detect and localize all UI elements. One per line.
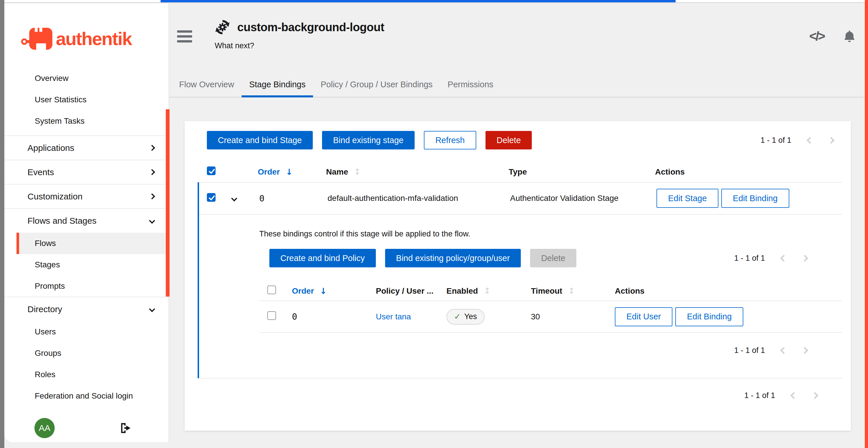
stage-bindings-card: Create and bind Stage Bind existing stag… — [185, 121, 851, 430]
sidebar-nav: Overview User Statistics System Tasks Ap… — [4, 68, 169, 407]
sidebar-item-overview[interactable]: Overview — [4, 68, 169, 89]
avatar[interactable]: AA — [34, 418, 55, 438]
user-tana-link[interactable]: User tana — [376, 312, 411, 321]
sidebar-section-flows-and-stages[interactable]: Flows and Stages — [4, 208, 169, 233]
tab-bar: Flow Overview Stage Bindings Policy / Gr… — [169, 72, 865, 97]
authentik-logo: authentik — [21, 26, 169, 52]
tab-stage-bindings[interactable]: Stage Bindings — [242, 72, 313, 97]
create-and-bind-stage-button[interactable]: Create and bind Stage — [207, 131, 313, 149]
sort-unsorted-icon: ↕ — [354, 167, 361, 177]
policy-binding-row: 0 User tana ✓ Yes 30 Edit User Edit Bind… — [259, 301, 842, 333]
flow-process-icon — [215, 19, 230, 36]
stage-toolbar: Create and bind Stage Bind existing stag… — [207, 131, 851, 149]
notifications-bell-icon[interactable] — [843, 29, 856, 43]
tab-permissions[interactable]: Permissions — [440, 72, 501, 97]
row-checkbox[interactable] — [207, 193, 216, 202]
pagination-prev-icon[interactable] — [806, 137, 813, 144]
sidebar-item-user-statistics[interactable]: User Statistics — [4, 89, 169, 110]
bind-existing-policy-button[interactable]: Bind existing policy/group/user — [385, 249, 521, 267]
sort-unsorted-icon: ↕ — [484, 286, 490, 296]
chevron-right-icon — [149, 169, 155, 175]
row-checkbox[interactable] — [267, 311, 276, 320]
sort-order-header[interactable]: Order ↓ — [258, 167, 293, 177]
pagination-prev-icon[interactable] — [780, 255, 787, 262]
edit-binding-button[interactable]: Edit Binding — [675, 307, 743, 326]
pagination-next-icon[interactable] — [811, 392, 818, 399]
sidebar-section-directory[interactable]: Directory — [4, 297, 169, 321]
sort-order-header[interactable]: Order ↓ — [292, 286, 327, 296]
sort-enabled-header[interactable]: Enabled ↕ — [446, 286, 490, 296]
logout-icon[interactable] — [119, 421, 132, 435]
pagination-next-icon[interactable] — [801, 255, 808, 262]
pagination-bottom-row: 1 - 1 of 1 — [185, 391, 851, 400]
pagination-range: 1 - 1 of 1 — [734, 346, 765, 355]
edit-stage-button[interactable]: Edit Stage — [656, 189, 718, 208]
sidebar-section-events[interactable]: Events — [4, 160, 169, 184]
hamburger-menu-icon[interactable] — [177, 30, 192, 45]
sidebar-item-stages[interactable]: Stages — [4, 254, 169, 275]
sidebar-scrollbar[interactable] — [166, 109, 169, 297]
pagination-range: 1 - 1 of 1 — [761, 136, 791, 145]
pagination-range: 1 - 1 of 1 — [734, 254, 765, 263]
policy-bindings-panel: These bindings control if this stage wil… — [199, 214, 842, 355]
pagination-inner-bottom: 1 - 1 of 1 — [734, 346, 807, 355]
pagination-top: 1 - 1 of 1 — [761, 136, 851, 145]
order-cell: 0 — [292, 312, 297, 322]
policy-bindings-table: Order ↓ Policy / User ... Enabled ↕ Time… — [259, 281, 842, 333]
page-title: custom-background-logout — [237, 21, 384, 34]
row-expander[interactable] — [232, 196, 237, 201]
top-loading-bar — [161, 0, 676, 2]
sidebar-item-flows[interactable]: Flows — [17, 233, 169, 254]
pagination-range: 1 - 1 of 1 — [744, 391, 775, 400]
pagination-prev-icon[interactable] — [780, 347, 787, 354]
tab-flow-overview[interactable]: Flow Overview — [172, 72, 242, 97]
select-all-checkbox[interactable] — [207, 167, 216, 175]
edit-binding-button[interactable]: Edit Binding — [721, 189, 789, 208]
bindings-description: These bindings control if this stage wil… — [259, 230, 842, 238]
delete-button[interactable]: Delete — [486, 131, 532, 149]
header-icons: </> — [809, 29, 856, 43]
sort-name-header[interactable]: Name ↕ — [326, 167, 361, 177]
chevron-right-icon — [149, 193, 155, 200]
sort-unsorted-icon: ↕ — [568, 286, 575, 296]
sidebar-item-system-tasks[interactable]: System Tasks — [4, 110, 169, 132]
sidebar-item-roles[interactable]: Roles — [4, 364, 169, 385]
create-and-bind-policy-button[interactable]: Create and bind Policy — [269, 249, 376, 267]
chevron-right-icon — [149, 145, 155, 151]
policy-table-header: Order ↓ Policy / User ... Enabled ↕ Time… — [259, 281, 842, 301]
pagination-next-icon[interactable] — [801, 347, 808, 354]
bind-existing-stage-button[interactable]: Bind existing stage — [322, 131, 414, 149]
sort-desc-icon: ↓ — [286, 167, 292, 177]
tab-policy-group-user-bindings[interactable]: Policy / Group / User Bindings — [313, 72, 440, 97]
sidebar-item-prompts[interactable]: Prompts — [4, 275, 169, 297]
chevron-down-icon — [149, 306, 155, 312]
type-cell: Authenticator Validation Stage — [510, 194, 619, 203]
sort-timeout-header[interactable]: Timeout ↕ — [531, 286, 575, 296]
pagination-next-icon[interactable] — [828, 137, 834, 144]
title-block: custom-background-logout What next? — [215, 19, 384, 50]
name-cell: default-authentication-mfa-validation — [328, 194, 458, 203]
pagination-prev-icon[interactable] — [790, 392, 797, 399]
screen: authentik Overview User Statistics Syste… — [0, 0, 868, 448]
sidebar-section-customization[interactable]: Customization — [4, 184, 169, 208]
check-icon: ✓ — [454, 312, 461, 321]
sidebar: authentik Overview User Statistics Syste… — [4, 3, 169, 442]
sidebar-item-users[interactable]: Users — [4, 321, 169, 343]
enabled-badge: ✓ Yes — [446, 309, 485, 324]
chevron-down-icon — [231, 195, 237, 201]
screen-right-edge-scrollbar[interactable] — [865, 0, 868, 448]
page-header: custom-background-logout What next? </> — [169, 3, 865, 72]
refresh-button[interactable]: Refresh — [424, 131, 476, 149]
policy-toolbar: Create and bind Policy Bind existing pol… — [259, 249, 842, 267]
order-cell: 0 — [259, 193, 265, 204]
policy-delete-button[interactable]: Delete — [530, 249, 576, 267]
api-code-icon[interactable]: </> — [809, 29, 824, 43]
authentik-key-icon — [21, 26, 55, 52]
pagination-inner-bottom-row: 1 - 1 of 1 — [259, 333, 842, 355]
select-all-checkbox[interactable] — [267, 285, 276, 294]
edit-user-button[interactable]: Edit User — [615, 307, 673, 326]
screen-left-edge — [0, 0, 4, 448]
sidebar-item-federation[interactable]: Federation and Social login — [4, 385, 169, 407]
sidebar-item-groups[interactable]: Groups — [4, 343, 169, 364]
sidebar-section-applications[interactable]: Applications — [4, 136, 169, 160]
